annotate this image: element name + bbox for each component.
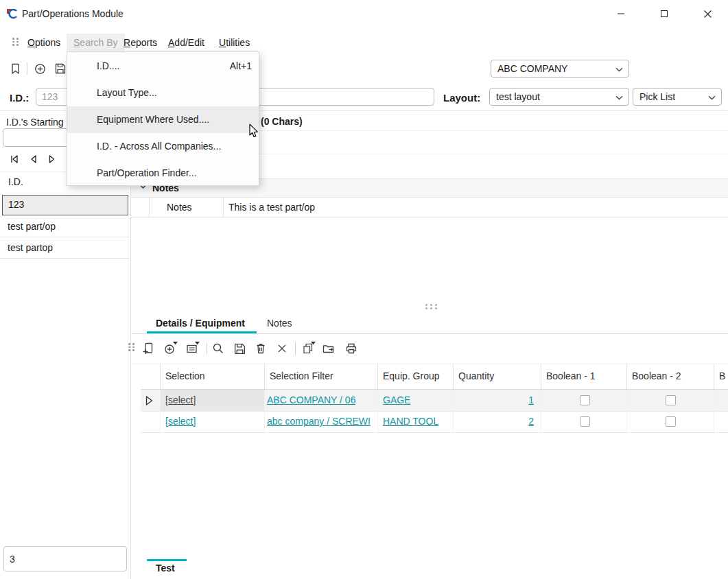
menu-add-edit-accel: A <box>168 37 174 48</box>
menu-search-by-accel: S <box>73 37 80 48</box>
search-button[interactable] <box>211 341 226 356</box>
list-item-label: test part/op <box>8 221 56 232</box>
menu-search-by[interactable]: Search By <box>67 34 125 51</box>
menu-add-edit[interactable]: Add/Edit <box>168 37 204 48</box>
toolbar-separator <box>295 342 296 355</box>
notes-row-label: Notes <box>167 202 192 213</box>
save-icon <box>54 62 67 75</box>
menu-options-rest: ptions <box>35 37 60 48</box>
form-view-button[interactable] <box>185 341 200 356</box>
company-dropdown[interactable]: ABC COMPANY <box>491 60 629 78</box>
bookmark-icon <box>9 62 21 75</box>
folder-export-icon <box>322 342 336 355</box>
add-record-button[interactable] <box>32 61 47 76</box>
open-folder-button[interactable] <box>321 341 336 356</box>
cell-divider <box>149 198 150 217</box>
insert-row-button[interactable] <box>141 341 156 356</box>
menu-utilities[interactable]: Utilities <box>219 37 250 48</box>
menu-add-edit-rest: dd/Edit <box>174 37 204 48</box>
boolean-1-checkbox[interactable] <box>580 395 590 405</box>
select-link[interactable]: [select] <box>165 416 196 427</box>
search-icon <box>211 342 225 355</box>
minimize-button[interactable] <box>605 0 637 27</box>
select-link[interactable]: [select] <box>165 394 196 406</box>
layout-dropdown[interactable]: test layout <box>489 88 629 106</box>
column-header-quantity[interactable]: Quantity <box>458 364 494 389</box>
column-header-boolean-3[interactable]: B <box>719 364 725 389</box>
menubar-grip-handle[interactable] <box>12 38 19 46</box>
column-header-boolean-2[interactable]: Boolean - 2 <box>632 364 681 389</box>
notes-row-value[interactable]: This is a test part/op <box>228 202 315 213</box>
column-divider <box>160 364 161 389</box>
bookmark-button[interactable] <box>8 61 23 76</box>
menu-item-shortcut: Alt+1 <box>230 53 252 80</box>
window-title: Part/Operations Module <box>22 8 124 19</box>
menu-reports-accel: R <box>124 37 130 48</box>
nav-first-button[interactable] <box>5 150 23 168</box>
record-count-box[interactable]: 3 <box>3 546 127 571</box>
insert-row-icon <box>141 342 155 355</box>
column-divider <box>541 364 541 389</box>
layout-dropdown-value: test layout <box>496 91 540 102</box>
list-item[interactable]: test partop <box>0 237 130 259</box>
menu-item-label: Part/Operation Finder... <box>97 167 197 178</box>
save-icon <box>233 342 246 355</box>
printer-icon <box>344 342 358 355</box>
selection-filter-link[interactable]: abc company / SCREWI <box>267 416 371 427</box>
delete-button[interactable] <box>253 341 268 356</box>
column-header-selection[interactable]: Selection <box>165 364 205 389</box>
menu-utilities-accel: U <box>219 37 226 48</box>
current-row-indicator-icon[interactable] <box>145 396 153 405</box>
close-button[interactable] <box>692 0 723 27</box>
divider <box>131 217 728 217</box>
maximize-button[interactable] <box>648 0 680 27</box>
save-button[interactable] <box>232 341 247 356</box>
toolbar-grip-handle[interactable] <box>128 343 135 351</box>
column-header-equip-group[interactable]: Equip. Group <box>383 364 440 389</box>
chevron-down-icon <box>615 67 623 72</box>
nav-next-button[interactable] <box>43 150 60 168</box>
save-record-button[interactable] <box>53 61 68 76</box>
menu-options[interactable]: Options <box>27 37 60 48</box>
company-dropdown-value: ABC COMPANY <box>497 63 567 74</box>
menu-reports[interactable]: Reports <box>124 37 157 48</box>
column-header-boolean-1[interactable]: Boolean - 1 <box>546 364 596 389</box>
boolean-1-checkbox[interactable] <box>580 416 590 427</box>
menu-search-by-rest: earch By <box>80 37 117 48</box>
dropdown-caret-icon <box>311 342 316 345</box>
boolean-2-checkbox[interactable] <box>666 395 676 405</box>
add-item-button[interactable] <box>163 341 178 356</box>
column-divider <box>453 364 454 389</box>
nav-previous-button[interactable] <box>25 150 43 168</box>
menu-item-part-operation-finder[interactable]: Part/Operation Finder... <box>67 160 259 187</box>
selection-filter-cell: abc company / SCREWI <box>267 416 375 427</box>
boolean-2-checkbox[interactable] <box>666 416 676 427</box>
menu-item-layout-type[interactable]: Layout Type... <box>67 80 259 106</box>
menu-item-equipment-where-used[interactable]: Equipment Where Used.... <box>67 106 259 133</box>
column-divider <box>264 364 265 389</box>
selection-filter-link[interactable]: ABC COMPANY / 06 <box>267 394 355 406</box>
list-item[interactable]: 123 <box>2 195 128 215</box>
picklist-dropdown[interactable]: Pick List <box>633 88 722 106</box>
tab-details-equipment[interactable]: Details / Equipment <box>156 318 245 329</box>
menu-item-id-across-all-companies[interactable]: I.D. - Across All Companies... <box>67 133 259 160</box>
chevron-down-icon <box>708 95 716 100</box>
equip-group-link[interactable]: HAND TOOL <box>383 416 438 427</box>
cancel-button[interactable] <box>274 341 290 356</box>
list-item[interactable]: test part/op <box>0 216 130 237</box>
bottom-tab-test[interactable]: Test <box>156 563 175 574</box>
bottom-tab-indicator <box>147 559 187 561</box>
print-button[interactable] <box>344 341 359 356</box>
menu-item-id[interactable]: I.D.... Alt+1 <box>67 53 259 80</box>
column-header-selection-filter[interactable]: Selection Filter <box>270 364 333 389</box>
splitter-handle[interactable] <box>425 304 438 309</box>
picklist-dropdown-value: Pick List <box>639 91 675 102</box>
quantity-link[interactable]: 1 <box>528 394 534 405</box>
equip-group-link[interactable]: GAGE <box>383 394 410 406</box>
quantity-link[interactable]: 2 <box>528 416 534 427</box>
menu-item-label: I.D. - Across All Companies... <box>97 141 221 152</box>
tab-notes[interactable]: Notes <box>267 318 292 329</box>
copy-button[interactable] <box>301 341 316 356</box>
toolbar-separator <box>27 62 27 75</box>
trash-icon <box>254 342 268 355</box>
